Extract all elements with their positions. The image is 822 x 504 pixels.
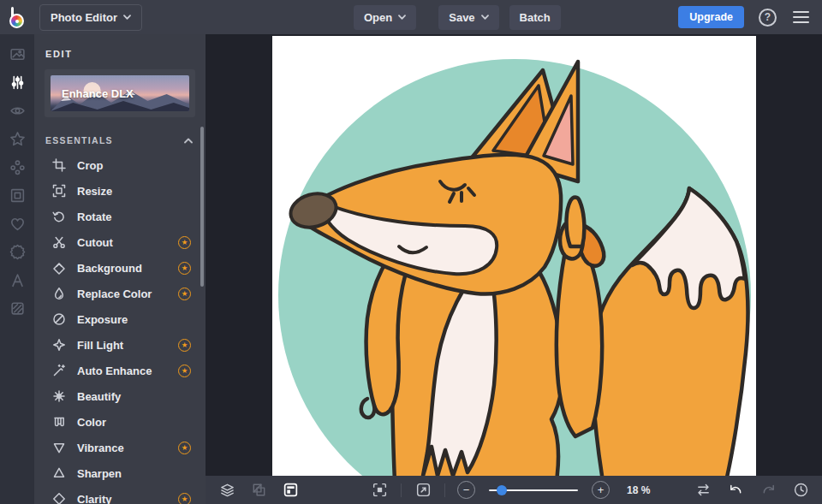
zoom-level: 18 % bbox=[627, 484, 658, 496]
chevron-up-icon bbox=[184, 138, 193, 144]
fit-to-screen-button[interactable] bbox=[370, 481, 389, 500]
eye-icon bbox=[9, 103, 26, 119]
fit-screen-icon bbox=[372, 482, 388, 498]
rail-item-text[interactable] bbox=[6, 271, 28, 288]
undo-button[interactable] bbox=[726, 481, 745, 500]
befunky-logo-icon[interactable] bbox=[7, 4, 29, 30]
rail-item-graphics[interactable] bbox=[6, 243, 28, 260]
premium-star-badge: ★ bbox=[178, 365, 191, 377]
enhance-dlx-thumbnail: Enhance DLX bbox=[51, 75, 189, 111]
texture-icon bbox=[9, 300, 26, 317]
menu-item-clarity[interactable]: Clarity ★ bbox=[34, 486, 206, 504]
menu-item-vibrance[interactable]: Vibrance ★ bbox=[34, 435, 206, 460]
menu-item-crop[interactable]: Crop bbox=[34, 152, 206, 178]
premium-star-badge: ★ bbox=[178, 262, 191, 275]
canvas-image[interactable] bbox=[272, 36, 756, 476]
badge-icon bbox=[9, 244, 26, 260]
heart-icon bbox=[9, 216, 26, 232]
fill-light-icon bbox=[52, 338, 66, 352]
app-switcher-button[interactable]: Photo Editor bbox=[39, 4, 142, 31]
rail-item-textures[interactable] bbox=[6, 299, 28, 317]
crop-icon bbox=[52, 158, 66, 172]
menu-item-replace-color[interactable]: Replace Color ★ bbox=[34, 281, 206, 306]
chevron-down-icon bbox=[123, 15, 131, 20]
workspace: − + 18 % bbox=[206, 34, 822, 504]
photo-icon bbox=[9, 46, 26, 62]
open-button[interactable]: Open bbox=[354, 5, 416, 30]
rail-item-frames[interactable] bbox=[6, 187, 28, 204]
menu-item-color[interactable]: Color bbox=[34, 409, 206, 435]
layers-icon bbox=[219, 482, 235, 498]
rotate-icon bbox=[52, 210, 66, 223]
section-label: ESSENTIALS bbox=[45, 135, 113, 145]
diamond-icon bbox=[52, 492, 66, 504]
resize-icon bbox=[52, 184, 66, 198]
zoom-out-button[interactable]: − bbox=[457, 481, 475, 499]
star-icon bbox=[9, 131, 26, 147]
topbar: Photo Editor Open Save Batch Upgrade ? bbox=[0, 0, 822, 34]
enhance-dlx-card[interactable]: Enhance DLX bbox=[45, 69, 195, 117]
undo-icon bbox=[728, 482, 744, 498]
premium-star-badge: ★ bbox=[178, 339, 191, 352]
dots-cluster-icon bbox=[9, 159, 26, 175]
essentials-menu: Crop Resize Rotate Cutout ★ Ba bbox=[34, 152, 206, 504]
redo-icon bbox=[760, 482, 777, 498]
premium-star-badge: ★ bbox=[178, 442, 191, 454]
topbar-actions: Open Save Batch bbox=[354, 0, 561, 34]
zoom-slider-handle[interactable] bbox=[497, 485, 507, 495]
menu-item-sharpen[interactable]: Sharpen bbox=[34, 460, 206, 486]
menu-item-cutout[interactable]: Cutout ★ bbox=[34, 229, 206, 255]
menu-item-rotate[interactable]: Rotate bbox=[34, 204, 206, 229]
rail-item-photo-manager[interactable] bbox=[6, 45, 28, 62]
rail-item-overlays[interactable] bbox=[6, 215, 28, 232]
batch-button[interactable]: Batch bbox=[509, 5, 561, 30]
zoom-in-button[interactable]: + bbox=[592, 481, 610, 499]
help-icon[interactable]: ? bbox=[759, 9, 777, 27]
droplet-icon bbox=[52, 287, 66, 300]
menu-item-auto-enhance[interactable]: Auto Enhance ★ bbox=[34, 358, 206, 383]
rail-item-edit[interactable] bbox=[6, 74, 28, 91]
layers-button[interactable] bbox=[217, 481, 236, 500]
chevron-down-icon bbox=[481, 15, 489, 20]
color-wheel-icon bbox=[9, 14, 24, 28]
compare-button[interactable] bbox=[694, 481, 712, 500]
hamburger-menu-icon[interactable] bbox=[791, 9, 811, 26]
rail-item-artsy[interactable] bbox=[6, 158, 28, 175]
clock-history-icon bbox=[793, 482, 809, 498]
save-button[interactable]: Save bbox=[438, 5, 498, 30]
menu-item-background[interactable]: Background ★ bbox=[34, 255, 206, 281]
upgrade-button[interactable]: Upgrade bbox=[678, 6, 744, 28]
enhance-dlx-label: Enhance DLX bbox=[62, 87, 134, 100]
menu-item-exposure[interactable]: Exposure bbox=[34, 306, 206, 332]
merge-layers-button[interactable] bbox=[249, 481, 268, 500]
fullscreen-button[interactable] bbox=[414, 481, 432, 500]
sliders-icon bbox=[9, 74, 26, 91]
history-button[interactable] bbox=[791, 481, 810, 500]
triangle-down-icon bbox=[52, 441, 66, 454]
menu-item-resize[interactable]: Resize bbox=[34, 178, 206, 204]
frame-icon bbox=[9, 187, 26, 204]
open-fullscreen-icon bbox=[415, 482, 432, 498]
redo-button[interactable] bbox=[759, 481, 777, 500]
zoom-slider[interactable] bbox=[489, 489, 578, 491]
magic-wand-icon bbox=[52, 364, 66, 377]
layout-template-icon bbox=[283, 482, 299, 498]
tool-rail bbox=[0, 34, 34, 504]
premium-star-badge: ★ bbox=[178, 288, 191, 300]
fox-illustration bbox=[272, 36, 756, 476]
scissors-icon bbox=[52, 235, 66, 249]
panel-title: EDIT bbox=[34, 34, 206, 59]
letter-a-icon bbox=[9, 272, 26, 288]
rail-item-touch-up[interactable] bbox=[6, 102, 28, 119]
premium-star-badge: ★ bbox=[178, 236, 191, 249]
canvas-manager-button[interactable] bbox=[281, 481, 300, 500]
panel-scrollbar[interactable] bbox=[200, 127, 204, 287]
essentials-section-header[interactable]: ESSENTIALS bbox=[34, 117, 206, 145]
chevron-down-icon bbox=[398, 15, 406, 20]
triangle-up-icon bbox=[52, 466, 66, 480]
rail-item-effects[interactable] bbox=[6, 130, 28, 147]
menu-item-fill-light[interactable]: Fill Light ★ bbox=[34, 332, 206, 358]
exposure-icon bbox=[52, 312, 66, 326]
photo-editor-app: Photo Editor Open Save Batch Upgrade ? bbox=[0, 0, 822, 504]
menu-item-beautify[interactable]: Beautify bbox=[34, 383, 206, 409]
